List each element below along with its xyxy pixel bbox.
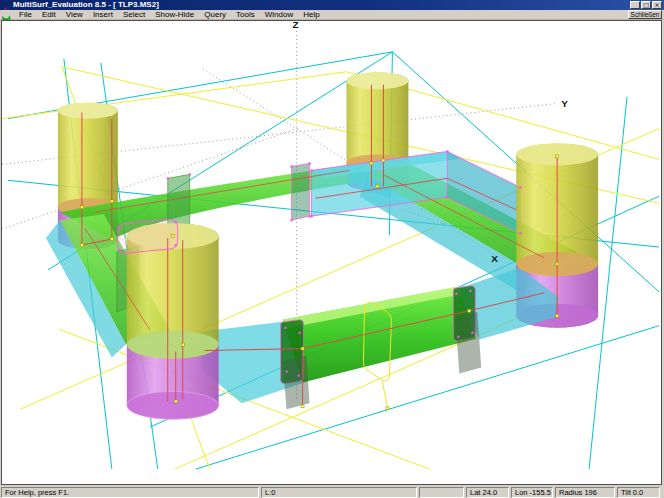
status-spare [419, 487, 464, 498]
menu-view[interactable]: View [61, 10, 88, 19]
close-view-button[interactable]: Schließen [628, 10, 662, 19]
status-tilt: Tilt 0.0 [617, 487, 660, 498]
title-bar[interactable]: MultiSurf_Evaluation 8.5 - [ TLP3.MS2] _… [0, 0, 664, 10]
close-button[interactable]: × [652, 1, 662, 9]
minimize-button[interactable]: _ [630, 1, 640, 9]
menu-query[interactable]: Query [199, 10, 231, 19]
status-line-count: L:0 [261, 487, 417, 498]
status-bar: For Help, press F1. L:0 Lat 24.0 Lon -15… [0, 487, 664, 498]
menu-bar: File Edit View Insert Select Show-Hide Q… [0, 10, 664, 20]
beam-body [283, 287, 477, 383]
multisurf-app-icon [2, 1, 10, 9]
window-controls: _ □ × [630, 1, 662, 9]
drop-plate-right [455, 312, 481, 374]
status-lat: Lat 24.0 [466, 487, 509, 498]
document-icon[interactable] [2, 10, 11, 19]
y-axis-label: Y [561, 98, 568, 109]
menu-window[interactable]: Window [260, 10, 298, 19]
status-radius: Radius 196 [555, 487, 615, 498]
pontoon-front [200, 268, 559, 409]
tlp-model-canvas[interactable]: Z Y X [2, 21, 661, 484]
x-axis-label: X [491, 253, 498, 264]
menu-help[interactable]: Help [298, 10, 324, 19]
restore-button[interactable]: □ [641, 1, 651, 9]
column-front-left [127, 223, 219, 419]
status-help-text: For Help, press F1. [1, 487, 259, 498]
control-outline-front-left [118, 219, 178, 253]
drop-plate-left [283, 356, 310, 410]
menu-tools[interactable]: Tools [231, 10, 260, 19]
station-plate-back2 [292, 163, 310, 220]
model-viewport[interactable]: Z Y X [1, 20, 662, 485]
menu-insert[interactable]: Insert [88, 10, 118, 19]
menu-edit[interactable]: Edit [37, 10, 61, 19]
menu-show-hide[interactable]: Show-Hide [150, 10, 199, 19]
z-axis-label: Z [293, 21, 299, 30]
menu-select[interactable]: Select [118, 10, 150, 19]
window-title: MultiSurf_Evaluation 8.5 - [ TLP3.MS2] [13, 0, 159, 10]
menu-file[interactable]: File [14, 10, 37, 19]
status-lon: Lon -155.5 [511, 487, 553, 498]
